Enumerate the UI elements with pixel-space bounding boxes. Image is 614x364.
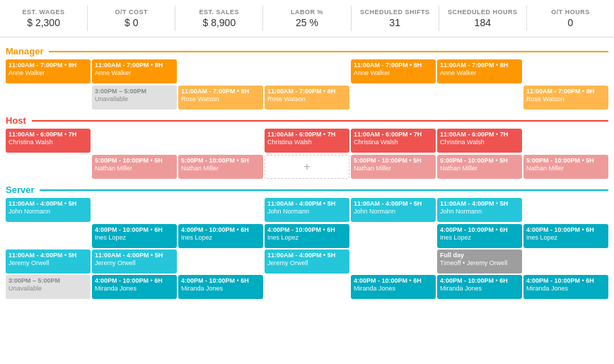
list-item[interactable]: 11:00AM - 6:00PM • 7H Christina Walsh	[6, 129, 91, 153]
stat-ot-hours-value: 0	[533, 17, 608, 28]
list-item[interactable]: 11:00AM - 4:00PM • 5H John Normann	[6, 198, 91, 222]
list-item	[178, 198, 263, 222]
list-item	[92, 129, 177, 153]
list-item	[351, 224, 436, 248]
list-item[interactable]: 11:00AM - 7:00PM • 8H Rose Watson	[265, 86, 349, 110]
list-item	[265, 275, 349, 299]
list-item[interactable]: 11:00AM - 7:00PM • 8H Anne Walker	[6, 59, 91, 83]
list-item[interactable]: 4:00PM - 10:00PM • 6H Ines Lopez	[437, 224, 522, 248]
list-item	[178, 59, 263, 83]
list-item	[523, 129, 608, 153]
host-row-2: 5:00PM - 10:00PM • 5H Nathan Miller 5:00…	[6, 155, 608, 179]
list-item[interactable]: 11:00AM - 7:00PM • 8H Anne Walker	[92, 59, 177, 83]
stat-scheduled-hours-label: SCHEDULED HOURS	[445, 8, 521, 16]
list-item[interactable]: 5:00PM - 10:00PM • 5H Nathan Miller	[92, 155, 177, 179]
host-section-header: Host	[6, 115, 608, 126]
stat-ot-hours-label: O/T HOURS	[533, 8, 608, 16]
stat-ot-hours: O/T HOURS 0	[526, 6, 614, 31]
list-item	[178, 129, 263, 153]
stat-est-sales-value: $ 8,900	[181, 17, 257, 28]
stat-scheduled-shifts-label: SCHEDULED SHIFTS	[357, 8, 433, 16]
list-item[interactable]: 11:00AM - 4:00PM • 5H John Normann	[437, 198, 522, 222]
stat-est-sales: EST. SALES $ 8,900	[175, 6, 262, 31]
stat-est-wages-label: EST. WAGES	[6, 8, 81, 16]
list-item	[92, 198, 177, 222]
manager-title: Manager	[6, 46, 43, 57]
list-item	[265, 59, 349, 83]
list-item[interactable]: 11:00AM - 7:00PM • 8H Anne Walker	[437, 59, 522, 83]
list-item	[6, 155, 91, 179]
stat-ot-cost: O/T COST $ 0	[87, 6, 175, 31]
stat-labor-pct-label: LABOR %	[269, 8, 344, 16]
list-item	[6, 224, 91, 248]
list-item	[6, 86, 91, 110]
stat-scheduled-shifts-value: 31	[357, 17, 433, 28]
list-item[interactable]: 5:00PM - 10:00PM • 5H Nathan Miller	[178, 155, 263, 179]
list-item[interactable]: 3:00PM – 5:00PM Unavailable	[92, 86, 177, 110]
list-item	[523, 249, 608, 274]
list-item[interactable]: 4:00PM - 10:00PM • 6H Miranda Jones	[178, 275, 263, 299]
list-item[interactable]: 3:00PM – 5:00PM Unavailable	[6, 275, 91, 299]
list-item[interactable]: 4:00PM - 10:00PM • 6H Miranda Jones	[92, 275, 177, 299]
list-item[interactable]: 4:00PM - 10:00PM • 6H Miranda Jones	[523, 275, 608, 299]
server-row-1: 11:00AM - 4:00PM • 5H John Normann 11:00…	[6, 198, 608, 222]
list-item[interactable]: 4:00PM - 10:00PM • 6H Miranda Jones	[437, 275, 522, 299]
list-item[interactable]: 5:00PM - 10:00PM • 5H Nathan Miller	[437, 155, 522, 179]
list-item[interactable]: 4:00PM - 10:00PM • 6H Miranda Jones	[351, 275, 436, 299]
list-item[interactable]: 4:00PM - 10:00PM • 6H Ines Lopez	[523, 224, 608, 248]
list-item[interactable]: 11:00AM - 7:00PM • 8H Anne Walker	[351, 59, 436, 83]
list-item[interactable]: 11:00AM - 4:00PM • 5H John Normann	[351, 198, 436, 222]
list-item	[178, 249, 263, 274]
stat-scheduled-hours-value: 184	[445, 17, 521, 28]
list-item[interactable]: 11:00AM - 4:00PM • 5H John Normann	[265, 198, 349, 222]
stat-scheduled-shifts: SCHEDULED SHIFTS 31	[351, 6, 439, 31]
list-item	[351, 249, 436, 274]
list-item[interactable]: 4:00PM - 10:00PM • 6H Ines Lopez	[92, 224, 177, 248]
manager-row-1: 11:00AM - 7:00PM • 8H Anne Walker 11:00A…	[6, 59, 608, 83]
server-row-3: 11:00AM - 4:00PM • 5H Jeremy Orwell 11:0…	[6, 249, 608, 274]
manager-divider	[49, 51, 608, 52]
list-item[interactable]: Full day Timeoff • Jeremy Orwell	[437, 249, 522, 274]
list-item[interactable]: 11:00AM - 4:00PM • 5H Jeremy Orwell	[92, 249, 177, 274]
list-item	[523, 59, 608, 83]
server-title: Server	[6, 184, 34, 195]
host-title: Host	[6, 115, 26, 126]
host-divider	[32, 120, 608, 122]
stat-labor-pct: LABOR % 25 %	[262, 6, 350, 31]
list-item[interactable]: 4:00PM - 10:00PM • 6H Ines Lopez	[265, 224, 349, 248]
stats-bar: EST. WAGES $ 2,300 O/T COST $ 0 EST. SAL…	[0, 0, 614, 37]
list-item[interactable]: 5:00PM - 10:00PM • 5H Nathan Miller	[523, 155, 608, 179]
schedule-container: Manager 11:00AM - 7:00PM • 8H Anne Walke…	[0, 37, 614, 303]
stat-est-wages-value: $ 2,300	[6, 17, 81, 28]
list-item[interactable]: 11:00AM - 4:00PM • 5H Jeremy Orwell	[265, 249, 349, 274]
list-item[interactable]: 11:00AM - 7:00PM • 8H Rose Watson	[178, 86, 263, 110]
stat-labor-pct-value: 25 %	[269, 17, 344, 28]
list-item[interactable]: 11:00AM - 6:00PM • 7H Christina Walsh	[265, 129, 349, 153]
manager-section-header: Manager	[6, 46, 608, 57]
add-shift-button[interactable]: +	[265, 155, 349, 179]
stat-est-sales-label: EST. SALES	[181, 8, 257, 16]
host-row-1: 11:00AM - 6:00PM • 7H Christina Walsh 11…	[6, 129, 608, 153]
stat-scheduled-hours: SCHEDULED HOURS 184	[439, 6, 526, 31]
server-row-2: 4:00PM - 10:00PM • 6H Ines Lopez 4:00PM …	[6, 224, 608, 248]
server-row-4: 3:00PM – 5:00PM Unavailable 4:00PM - 10:…	[6, 275, 608, 299]
stat-ot-cost-value: $ 0	[93, 17, 169, 28]
list-item[interactable]: 11:00AM - 6:00PM • 7H Christina Walsh	[437, 129, 522, 153]
server-divider	[40, 189, 608, 191]
list-item[interactable]: 4:00PM - 10:00PM • 6H Ines Lopez	[178, 224, 263, 248]
stat-ot-cost-label: O/T COST	[93, 8, 169, 16]
server-section-header: Server	[6, 184, 608, 195]
list-item[interactable]: 5:00PM - 10:00PM • 5H Nathan Miller	[351, 155, 436, 179]
list-item[interactable]: 11:00AM - 4:00PM • 5H Jeremy Orwell	[6, 249, 91, 274]
manager-row-2: 3:00PM – 5:00PM Unavailable 11:00AM - 7:…	[6, 86, 608, 110]
list-item	[437, 86, 522, 110]
list-item	[351, 86, 436, 110]
stat-est-wages: EST. WAGES $ 2,300	[0, 6, 87, 31]
list-item[interactable]: 11:00AM - 7:00PM • 8H Rose Watson	[523, 86, 608, 110]
list-item	[523, 198, 608, 222]
list-item[interactable]: 11:00AM - 6:00PM • 7H Christina Walsh	[351, 129, 436, 153]
